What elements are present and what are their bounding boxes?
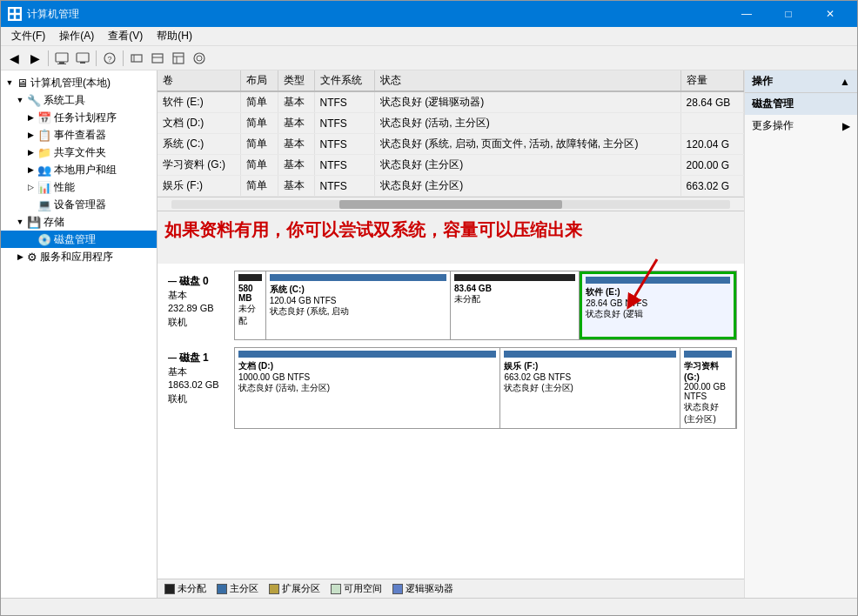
sidebar-item-storage[interactable]: ▼ 💾 存储 [1,213,157,231]
table-cell-4-5: 663.02 G [680,176,743,197]
disk0-partition-label-2-1: 未分配 [454,293,575,305]
disk1-partition-label-1-2: 状态良好 (主分区) [504,382,676,394]
sidebar-item-services[interactable]: ▶ ⚙ 服务和应用程序 [1,248,157,265]
computer2-button[interactable] [73,49,92,68]
expand-root[interactable]: ▼ [4,77,15,88]
sidebar-item-system-tools[interactable]: ▼ 🔧 系统工具 [1,91,157,109]
table-cell-1-4: 状态良好 (活动, 主分区) [374,113,680,134]
disk0-partition-2[interactable]: 83.64 GB未分配 [451,271,580,339]
disk1-status: 联机 [168,392,231,405]
menu-action[interactable]: 操作(A) [52,27,101,45]
ops-title: 操作 [752,74,773,89]
maximize-button[interactable]: □ [768,1,808,27]
table-cell-2-5: 120.04 G [680,134,743,155]
disk0-partition-bar-0 [238,274,262,281]
table-row[interactable]: 系统 (C:)简单基本NTFS状态良好 (系统, 启动, 页面文件, 活动, 故… [158,134,744,155]
disk0-partition-0[interactable]: 580 MB未分配 [235,271,266,339]
col-fs[interactable]: 文件系统 [314,70,374,91]
window-title: 计算机管理 [27,7,727,22]
sidebar-item-local-users[interactable]: ▶ 👥 本地用户和组 [1,161,157,178]
back-button[interactable]: ◀ [4,49,23,68]
table-cell-3-1: 简单 [241,155,278,176]
svg-rect-6 [57,64,66,64]
expand-device[interactable] [25,199,36,210]
computer-button[interactable] [52,49,71,68]
legend-free: 可用空间 [331,582,382,595]
col-capacity[interactable]: 容量 [680,70,743,91]
svg-rect-13 [152,54,163,63]
disk1-partition-label-2-0: 学习资料 (G:) [684,360,732,382]
app-icon [8,7,22,21]
sidebar-item-shared-folders[interactable]: ▶ 📁 共享文件夹 [1,144,157,161]
disk1-type: 基本 [168,365,231,378]
expand-event[interactable]: ▶ [25,130,36,140]
sidebar-item-root[interactable]: ▼ 🖥 计算机管理(本地) [1,74,157,91]
table-row[interactable]: 学习资料 (G:)简单基本NTFS状态良好 (主分区)200.00 G [158,155,744,176]
menu-help[interactable]: 帮助(H) [150,27,199,45]
expand-users[interactable]: ▶ [25,164,36,175]
horizontal-scrollbar[interactable] [158,198,744,211]
help-button[interactable]: ? [100,49,119,68]
svg-rect-2 [10,15,14,19]
main-window: 计算机管理 — □ ✕ 文件(F) 操作(A) 查看(V) 帮助(H) ◀ ▶ … [0,0,858,616]
ops-more[interactable]: 更多操作 ▶ [745,115,857,137]
col-type[interactable]: 类型 [278,70,314,91]
tool6-button[interactable] [148,49,167,68]
forward-button[interactable]: ▶ [25,49,44,68]
table-cell-3-4: 状态良好 (主分区) [374,155,680,176]
svg-line-21 [631,259,657,303]
disk1-partition-label-2-2: 状态良好 (主分区) [684,401,732,425]
tool7-button[interactable] [169,49,188,68]
disk1-partition-bar-0 [238,351,496,358]
label-storage: 存储 [44,215,64,230]
sidebar-item-device-mgr[interactable]: 💻 设备管理器 [1,196,157,213]
disk1-partition-label-2-1: 200.00 GB NTFS [684,382,732,401]
label-task: 任务计划程序 [54,110,117,125]
svg-rect-5 [59,62,64,64]
ops-disk-mgmt[interactable]: 磁盘管理 [745,93,857,115]
disk-table: 卷 布局 类型 文件系统 状态 容量 软件 (E:)简单基本NTFS状态良好 (… [158,70,744,198]
tool8-button[interactable] [190,49,209,68]
close-button[interactable]: ✕ [810,1,850,27]
svg-rect-4 [56,53,68,62]
disk1-partition-label-0-2: 状态良好 (活动, 主分区) [238,382,496,394]
label-users: 本地用户和组 [54,163,117,177]
col-vol[interactable]: 卷 [158,70,241,91]
sidebar-item-disk-mgmt[interactable]: 💿 磁盘管理 [1,231,157,248]
expand-services[interactable]: ▶ [15,251,25,262]
sidebar-item-task-scheduler[interactable]: ▶ 📅 任务计划程序 [1,109,157,126]
disk1-partition-0[interactable]: 文档 (D:)1000.00 GB NTFS状态良好 (活动, 主分区) [235,348,500,428]
expand-disk[interactable] [25,234,36,244]
minimize-button[interactable]: — [727,1,767,27]
disk0-partition-bar-1 [270,274,446,281]
expand-shared[interactable]: ▶ [25,147,36,157]
sidebar-item-performance[interactable]: ▷ 📊 性能 [1,178,157,196]
expand-task[interactable]: ▶ [25,112,36,123]
table-row[interactable]: 软件 (E:)简单基本NTFS状态良好 (逻辑驱动器)28.64 GB [158,91,744,113]
expand-perf[interactable]: ▷ [25,182,36,192]
col-status[interactable]: 状态 [374,70,680,91]
disk1-partition-1[interactable]: 娱乐 (F:)663.02 GB NTFS状态良好 (主分区) [500,348,680,428]
disk1-partition-2[interactable]: 学习资料 (G:)200.00 GB NTFS状态良好 (主分区) [680,348,736,428]
table-cell-3-5: 200.00 G [680,155,743,176]
disk1-row: — 磁盘 1 基本 1863.02 GB 联机 文档 (D:)1000.00 G… [164,347,737,429]
table-row[interactable]: 娱乐 (F:)简单基本NTFS状态良好 (主分区)663.02 G [158,176,744,197]
menu-view[interactable]: 查看(V) [101,27,150,45]
disk0-label: — 磁盘 0 基本 232.89 GB 联机 [164,271,234,340]
label-device: 设备管理器 [54,198,106,212]
legend-label-free: 可用空间 [344,582,382,595]
menu-file[interactable]: 文件(F) [4,27,52,45]
table-cell-1-2: 基本 [278,113,314,134]
legend-color-unallocated [164,584,175,594]
expand-storage[interactable]: ▼ [15,217,25,227]
col-layout[interactable]: 布局 [241,70,278,91]
svg-rect-7 [77,53,89,62]
tool5-button[interactable] [127,49,146,68]
scroll-thumb[interactable] [339,200,563,209]
sidebar-item-event-viewer[interactable]: ▶ 📋 事件查看器 [1,126,157,144]
icon-task: 📅 [37,111,51,124]
legend-label-unallocated: 未分配 [178,582,206,595]
table-row[interactable]: 文档 (D:)简单基本NTFS状态良好 (活动, 主分区) [158,113,744,134]
expand-system[interactable]: ▼ [15,95,25,105]
disk0-partition-1[interactable]: 系统 (C:)120.04 GB NTFS状态良好 (系统, 启动 [266,271,451,339]
